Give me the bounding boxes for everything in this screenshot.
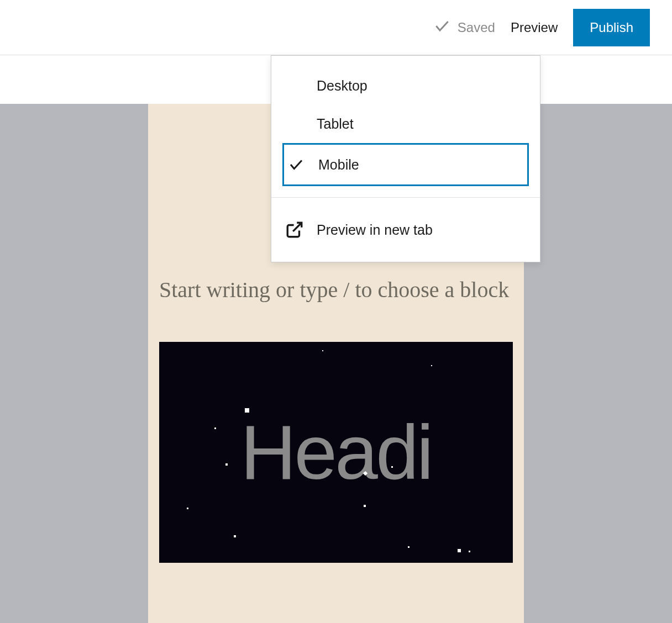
preview-button-label: Preview: [511, 20, 558, 35]
check-icon: [433, 17, 451, 38]
star-dot: [431, 365, 432, 366]
preview-dropdown-menu: Desktop Tablet Mobile Preview in ne: [271, 55, 540, 262]
star-dot: [469, 551, 470, 552]
preview-option-desktop[interactable]: Desktop: [271, 67, 540, 105]
external-link-icon: [285, 220, 305, 240]
check-icon: [286, 155, 306, 175]
publish-button-label: Publish: [590, 20, 633, 35]
publish-button[interactable]: Publish: [573, 9, 650, 46]
star-dot: [187, 508, 188, 509]
star-dot: [364, 505, 366, 507]
star-dot: [245, 408, 249, 413]
star-dot: [458, 549, 461, 552]
editor-top-toolbar: Saved Preview Publish: [0, 0, 672, 55]
cover-block-heading[interactable]: Headi: [240, 408, 432, 497]
star-dot: [225, 463, 228, 466]
cover-block[interactable]: Headi: [159, 342, 513, 563]
block-placeholder[interactable]: Start writing or type / to choose a bloc…: [148, 271, 524, 309]
preview-actions: Preview in new tab: [271, 198, 540, 262]
preview-button[interactable]: Preview: [511, 20, 558, 35]
svg-line-0: [293, 223, 302, 231]
star-dot: [391, 466, 393, 468]
saved-label: Saved: [458, 20, 495, 35]
star-dot: [408, 546, 410, 548]
preview-device-options: Desktop Tablet Mobile: [271, 56, 540, 197]
star-dot: [234, 535, 236, 537]
preview-in-new-tab[interactable]: Preview in new tab: [271, 209, 540, 251]
preview-option-label: Tablet: [317, 116, 354, 132]
preview-new-tab-label: Preview in new tab: [317, 222, 433, 238]
saved-indicator: Saved: [433, 17, 495, 38]
preview-option-mobile[interactable]: Mobile: [282, 143, 529, 186]
preview-option-label: Mobile: [318, 157, 359, 173]
preview-option-label: Desktop: [317, 78, 368, 94]
star-dot: [214, 427, 216, 429]
star-dot: [322, 350, 323, 351]
preview-option-tablet[interactable]: Tablet: [271, 105, 540, 143]
